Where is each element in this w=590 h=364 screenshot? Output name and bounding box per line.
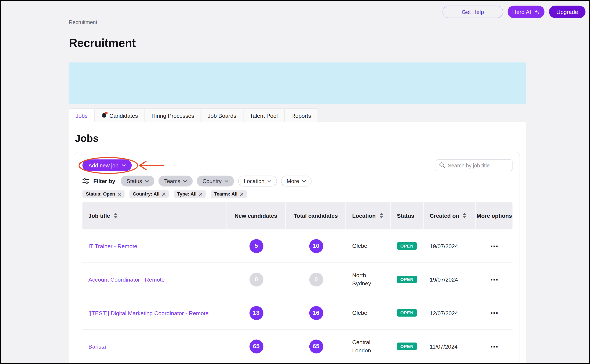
- table-body: IT Trainer - Remote510GlebeOPEN19/07/202…: [82, 229, 512, 363]
- filter-chip[interactable]: Type: All: [174, 190, 206, 198]
- remove-chip-icon[interactable]: [162, 192, 166, 196]
- job-location: Glebe: [352, 242, 367, 250]
- chevron-down-icon: [268, 180, 271, 182]
- column-header-label: Status: [397, 212, 414, 219]
- created-date: 19/07/2024: [430, 243, 458, 249]
- filter-dropdown-label: More: [287, 178, 299, 184]
- filter-chip-label: Country: All: [133, 191, 159, 197]
- notification-bell-icon: [101, 112, 107, 118]
- column-header-label: Location: [352, 212, 376, 219]
- new-candidates-badge[interactable]: 13: [249, 306, 263, 320]
- new-candidates-badge[interactable]: 0: [249, 273, 263, 286]
- filter-tune-icon: [82, 178, 89, 184]
- job-row: Account Coordinator - Remote00North Sydn…: [82, 263, 512, 296]
- total-candidates-badge[interactable]: 65: [309, 339, 323, 353]
- scaled-viewport: Get Help Hero AI Upgrade Recruitment Rec…: [0, 0, 590, 364]
- filter-chip[interactable]: Status: Open: [82, 190, 124, 198]
- status-badge: OPEN: [397, 309, 417, 317]
- tab-hiring-processes[interactable]: Hiring Processes: [145, 108, 201, 123]
- job-row: [[TEST]] Digital Marketing Coordinator -…: [82, 296, 512, 330]
- job-location: Central London: [352, 338, 379, 355]
- remove-chip-icon[interactable]: [199, 192, 202, 196]
- filter-status-dropdown[interactable]: Status: [121, 176, 154, 187]
- total-candidates-badge[interactable]: 10: [309, 239, 323, 253]
- filter-location-dropdown[interactable]: Location: [238, 176, 277, 187]
- filter-teams-dropdown[interactable]: Teams: [159, 176, 193, 187]
- more-options-button[interactable]: ⋯: [490, 309, 498, 317]
- column-header-created-on[interactable]: Created on: [424, 202, 476, 229]
- app-window: Get Help Hero AI Upgrade Recruitment Rec…: [0, 0, 590, 364]
- column-header-label: More options: [476, 212, 512, 220]
- hero-ai-label: Hero AI: [512, 9, 531, 15]
- chevron-down-icon: [122, 164, 126, 167]
- total-candidates-badge[interactable]: 16: [309, 306, 323, 320]
- remove-chip-icon[interactable]: [240, 192, 244, 196]
- new-candidates-badge[interactable]: 65: [249, 339, 263, 353]
- job-title-link[interactable]: IT Trainer - Remote: [88, 242, 143, 250]
- hero-ai-button[interactable]: Hero AI: [508, 6, 544, 18]
- total-candidates-badge[interactable]: 0: [309, 273, 323, 286]
- tab-candidates[interactable]: Candidates: [94, 108, 145, 123]
- tab-job-boards[interactable]: Job Boards: [201, 108, 243, 123]
- column-header-location[interactable]: Location: [346, 202, 391, 229]
- welcome-banner: i Welcome to Employment Hero's recruitme…: [69, 62, 526, 104]
- filter-country-dropdown[interactable]: Country: [197, 176, 234, 187]
- more-options-button[interactable]: ⋯: [490, 275, 498, 283]
- tab-label: Talent Pool: [250, 112, 278, 119]
- job-search-input[interactable]: [436, 159, 513, 171]
- tab-jobs[interactable]: Jobs: [69, 108, 94, 123]
- screenshot: Get Help Hero AI Upgrade Recruitment Rec…: [0, 0, 590, 364]
- job-title-link[interactable]: Barista: [88, 342, 111, 350]
- breadcrumb: Recruitment: [69, 19, 97, 25]
- created-date: 19/07/2024: [430, 276, 458, 283]
- job-location: North Sydney: [352, 271, 379, 288]
- filter-dropdown-label: Location: [244, 178, 264, 184]
- column-header-job-title[interactable]: Job title: [82, 202, 227, 229]
- jobs-heading: Jobs: [75, 133, 526, 144]
- job-title-link[interactable]: Account Coordinator - Remote: [88, 275, 170, 283]
- jobs-panel: Jobs Add new job: [69, 122, 526, 364]
- remove-chip-icon[interactable]: [118, 192, 121, 196]
- sparkles-icon: [534, 9, 540, 15]
- filter-dropdown-label: Country: [202, 178, 221, 184]
- new-candidates-badge[interactable]: 5: [249, 239, 263, 253]
- job-row: Barista6565Central LondonOPEN11/07/2024⋯: [82, 330, 512, 363]
- more-options-button[interactable]: ⋯: [490, 242, 498, 250]
- upgrade-label: Upgrade: [556, 9, 578, 15]
- tab-label: Jobs: [75, 112, 87, 119]
- jobs-table: Job titleNew candidatesTotal candidatesL…: [82, 202, 512, 363]
- job-location: Glebe: [352, 309, 367, 317]
- tab-label: Reports: [291, 112, 311, 119]
- created-date: 12/07/2024: [430, 310, 458, 316]
- notification-dot: [105, 112, 107, 114]
- tab-talent-pool[interactable]: Talent Pool: [243, 108, 284, 123]
- chevron-down-icon: [183, 180, 187, 182]
- tab-reports[interactable]: Reports: [284, 108, 318, 123]
- job-title-link[interactable]: [[TEST]] Digital Marketing Coordinator -…: [88, 309, 214, 317]
- filter-chip-label: Type: All: [177, 191, 196, 197]
- get-help-label: Get Help: [462, 9, 484, 15]
- column-header-new-candidates: New candidates: [227, 202, 286, 229]
- filter-chip[interactable]: Teams: All: [211, 190, 247, 198]
- chevron-down-icon: [302, 180, 306, 182]
- sort-icon: [114, 213, 118, 219]
- status-badge: OPEN: [397, 242, 417, 250]
- created-date: 11/07/2024: [430, 343, 458, 349]
- column-header-label: Job title: [88, 212, 110, 219]
- column-header-label: Created on: [430, 212, 459, 219]
- status-badge: OPEN: [397, 343, 417, 350]
- more-options-button[interactable]: ⋯: [490, 342, 498, 350]
- filter-chip[interactable]: Country: All: [129, 190, 169, 198]
- tab-label: Job Boards: [208, 112, 236, 119]
- filter-by-label: Filter by: [93, 178, 115, 184]
- filter-dropdown-label: Status: [127, 178, 142, 184]
- upgrade-button[interactable]: Upgrade: [549, 6, 585, 18]
- filter-more-dropdown[interactable]: More: [281, 176, 311, 187]
- status-badge: OPEN: [397, 276, 417, 283]
- get-help-button[interactable]: Get Help: [442, 6, 503, 18]
- filter-row: Filter by StatusTeamsCountryLocationMore: [82, 176, 512, 187]
- add-new-job-button[interactable]: Add new job: [82, 159, 132, 171]
- column-header-total-candidates: Total candidates: [286, 202, 346, 229]
- chevron-down-icon: [145, 180, 149, 182]
- chevron-down-icon: [225, 180, 228, 182]
